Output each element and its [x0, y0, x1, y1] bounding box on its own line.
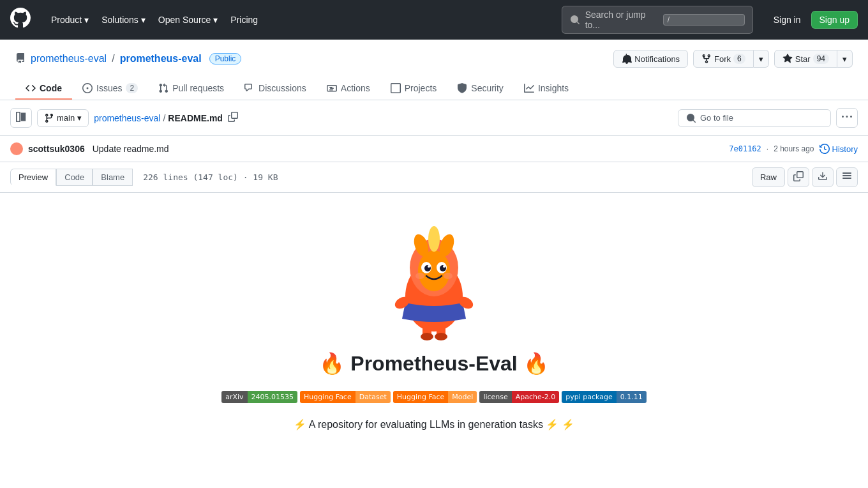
notifications-button[interactable]: Notifications: [613, 50, 688, 68]
commit-time: 2 hours ago: [774, 144, 814, 153]
copy-icon: [793, 171, 804, 181]
tab-code[interactable]: Code: [15, 78, 72, 100]
branch-icon: [44, 113, 54, 123]
commit-meta: 7e01162 · 2 hours ago History: [729, 144, 858, 154]
issues-count: 2: [126, 83, 138, 93]
history-button[interactable]: History: [819, 144, 858, 154]
search-icon: [686, 113, 696, 123]
file-info: 226 lines (147 loc) · 19 KB: [143, 172, 278, 182]
main-nav: Product ▾ Solutions ▾ Open Source ▾ Pric…: [46, 12, 263, 27]
tab-discussions[interactable]: Discussions: [234, 78, 317, 100]
breadcrumb-separator: /: [163, 113, 165, 123]
commit-author[interactable]: scottsuk0306: [28, 144, 85, 154]
svg-point-9: [415, 273, 424, 279]
code-icon: [26, 83, 36, 93]
sign-in-button[interactable]: Sign in: [768, 11, 806, 29]
preview-tab-code[interactable]: Code: [56, 169, 93, 186]
badge-hf-dataset[interactable]: Hugging Face Dataset: [300, 391, 391, 403]
insights-icon: [524, 83, 534, 93]
svg-point-8: [443, 265, 445, 268]
badges-container: arXiv 2405.01535 Hugging Face Dataset Hu…: [20, 391, 848, 403]
outline-toggle-button[interactable]: [836, 167, 858, 187]
repo-owner-link[interactable]: prometheus-eval: [31, 53, 107, 65]
badge-license[interactable]: license Apache-2.0: [479, 391, 559, 403]
go-to-file-search[interactable]: Go to file: [678, 109, 831, 127]
auth-buttons: Sign in Sign up: [768, 11, 858, 29]
badge-hf-model[interactable]: Hugging Face Model: [393, 391, 477, 403]
fork-button[interactable]: Fork 6: [693, 50, 754, 68]
copy-raw-button[interactable]: [788, 167, 809, 187]
preview-tab-preview[interactable]: Preview: [10, 169, 56, 186]
nav-pricing[interactable]: Pricing: [225, 12, 263, 27]
sign-up-button[interactable]: Sign up: [811, 11, 858, 29]
main-header: Product ▾ Solutions ▾ Open Source ▾ Pric…: [0, 0, 868, 40]
commit-message: Update readme.md: [93, 144, 169, 154]
fork-icon: [701, 54, 712, 64]
star-icon: [782, 54, 793, 64]
tab-insights[interactable]: Insights: [514, 78, 579, 100]
chevron-down-icon: ▾: [213, 15, 218, 25]
svg-point-18: [428, 226, 440, 252]
svg-point-14: [435, 333, 447, 340]
commit-separator: ·: [767, 144, 768, 153]
star-count-badge: 94: [813, 54, 829, 64]
branch-selector[interactable]: main ▾: [37, 109, 89, 127]
repo-tabs: Code Issues 2 Pull requests Discussions: [15, 78, 853, 100]
tab-security[interactable]: Security: [447, 78, 514, 100]
preview-bar: Preview Code Blame 226 lines (147 loc) ·…: [0, 162, 868, 193]
breadcrumb: prometheus-eval / README.md: [94, 113, 223, 123]
star-group: Star 94 ▾: [774, 50, 853, 68]
repo-actions: Notifications Fork 6 ▾: [613, 50, 853, 68]
repo-icon: [15, 53, 26, 65]
copy-path-button[interactable]: [228, 112, 238, 124]
security-icon: [457, 83, 467, 93]
nav-open-source[interactable]: Open Source ▾: [153, 12, 223, 27]
tab-pull-requests[interactable]: Pull requests: [148, 78, 234, 100]
svg-point-13: [421, 333, 433, 340]
more-icon: [842, 112, 852, 122]
tab-actions[interactable]: Actions: [317, 78, 380, 100]
svg-point-7: [428, 265, 430, 268]
sidebar-toggle-button[interactable]: [10, 108, 32, 128]
nav-product[interactable]: Product ▾: [46, 12, 94, 27]
hero-image: [383, 213, 485, 341]
commit-row: scottsuk0306 Update readme.md 7e01162 · …: [0, 136, 868, 162]
readme-description: ⚡ A repository for evaluating LLMs in ge…: [20, 418, 848, 431]
tab-issues[interactable]: Issues 2: [72, 78, 148, 100]
breadcrumb-repo-link[interactable]: prometheus-eval: [94, 113, 160, 123]
branch-arrow-icon: ▾: [77, 113, 82, 123]
svg-point-10: [444, 273, 453, 279]
global-search[interactable]: Search or jump to... /: [562, 6, 753, 34]
badge-arxiv[interactable]: arXiv 2405.01535: [221, 391, 297, 403]
tab-projects[interactable]: Projects: [380, 78, 447, 100]
bell-icon: [622, 54, 632, 64]
star-button[interactable]: Star 94: [774, 50, 837, 68]
github-logo[interactable]: [10, 8, 31, 32]
chevron-down-icon: ▾: [84, 15, 89, 25]
preview-tab-blame[interactable]: Blame: [93, 169, 133, 186]
commit-hash-link[interactable]: 7e01162: [729, 144, 761, 153]
search-shortcut: /: [663, 14, 745, 26]
raw-actions: Raw: [752, 167, 858, 187]
readme-hero: 🔥 Prometheus-Eval 🔥 arXiv 2405.01535 Hug…: [20, 213, 848, 446]
more-options-button[interactable]: [836, 108, 858, 128]
breadcrumb-file: README.md: [168, 113, 223, 123]
download-button[interactable]: [812, 167, 834, 187]
raw-button[interactable]: Raw: [752, 167, 785, 187]
repo-title-row: prometheus-eval / prometheus-eval Public…: [15, 50, 853, 68]
nav-solutions[interactable]: Solutions ▾: [96, 12, 151, 27]
fork-dropdown-button[interactable]: ▾: [754, 50, 769, 68]
fork-count-badge: 6: [733, 54, 745, 64]
search-icon: [570, 15, 580, 25]
repo-header: prometheus-eval / prometheus-eval Public…: [0, 40, 868, 100]
discussions-icon: [244, 83, 255, 93]
download-icon: [818, 171, 828, 181]
repo-visibility-badge: Public: [209, 53, 242, 65]
file-nav: main ▾ prometheus-eval / README.md Go to…: [0, 100, 868, 136]
star-dropdown-button[interactable]: ▾: [837, 50, 853, 68]
file-actions: Go to file: [678, 108, 858, 128]
author-avatar: [10, 142, 23, 155]
repo-name-link[interactable]: prometheus-eval: [120, 53, 202, 65]
pr-icon: [158, 83, 168, 93]
badge-pypi[interactable]: pypi package 0.1.11: [562, 391, 646, 403]
